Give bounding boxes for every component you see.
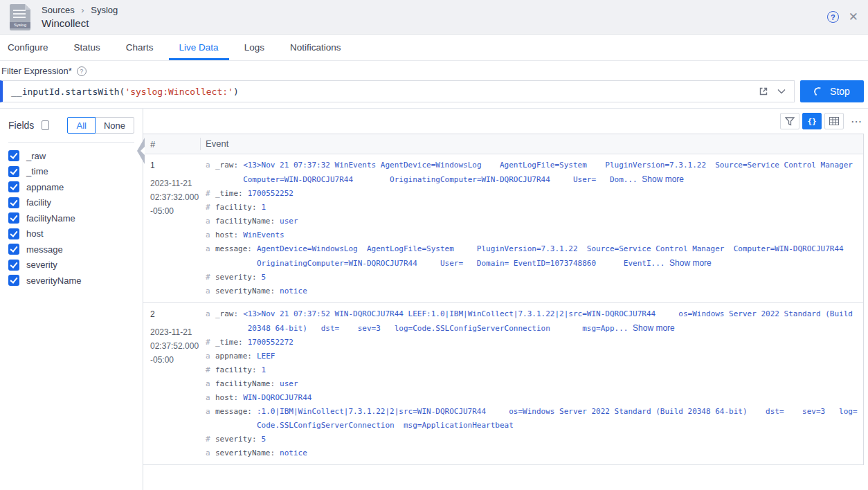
field-key: severityName: [215, 284, 275, 298]
tab-live-data[interactable]: Live Data [179, 35, 219, 60]
event-time: 02:37:32.000 [150, 190, 200, 204]
field-value: :1.0|IBM|WinCollect|7.3.1.22|2|src=WIN-D… [257, 405, 863, 433]
field-key: severity: [215, 271, 257, 284]
field-type-icon: # [206, 201, 215, 215]
field-value: 1 [262, 363, 863, 377]
checkbox-checked-icon[interactable] [8, 260, 19, 271]
close-icon[interactable]: ✕ [849, 11, 858, 23]
expression-code-suffix: ) [233, 87, 239, 97]
event-field: a _raw: <13>Nov 21 07:37:52 WIN-DQROCJU7… [206, 307, 863, 336]
breadcrumb-sources[interactable]: Sources [42, 5, 75, 15]
field-type-icon: # [206, 433, 215, 446]
event-field: a message: :1.0|IBM|WinCollect|7.3.1.22|… [206, 405, 863, 433]
tab-configure[interactable]: Configure [8, 35, 48, 60]
breadcrumb-syslog[interactable]: Syslog [91, 5, 118, 15]
event-rows: 1 2023-11-21 02:37:32.000 -05:00 a _raw:… [143, 154, 863, 465]
event-field: # severity: 5 [206, 271, 863, 284]
event-field: # _time: 1700552252 [206, 187, 863, 201]
tab-status[interactable]: Status [74, 35, 100, 60]
event-field: a host: WinEvents [206, 228, 863, 242]
field-type-icon: # [206, 271, 215, 284]
field-value: user [280, 215, 863, 228]
checkbox-checked-icon[interactable] [8, 150, 19, 161]
field-type-icon: # [206, 187, 215, 201]
sidebar-item-severity[interactable]: severity [8, 260, 134, 271]
sidebar-item-message[interactable]: message [8, 244, 134, 255]
show-more-link[interactable]: Show more [642, 174, 684, 184]
checkbox-checked-icon[interactable] [8, 197, 19, 208]
field-key: facility: [215, 201, 257, 215]
event-row[interactable]: 2 2023-11-21 02:37:52.000 -05:00 a _raw:… [143, 303, 863, 465]
field-type-icon: a [206, 350, 215, 363]
field-value: 1700552272 [248, 336, 863, 350]
view-toolbar: {} ⋯ [143, 109, 864, 134]
field-type-icon: # [206, 363, 215, 377]
checkbox-checked-icon[interactable] [8, 212, 19, 224]
sidebar-item-host[interactable]: host [8, 228, 134, 239]
filter-help-icon[interactable]: ? [77, 66, 87, 76]
column-header-number: # [143, 139, 200, 149]
sidebar-item-facility[interactable]: facility [8, 197, 134, 208]
capture-spinner-icon [813, 86, 824, 97]
copy-fields-icon[interactable] [42, 120, 49, 130]
chevron-down-icon[interactable] [777, 89, 786, 94]
field-type-icon: a [206, 446, 215, 460]
filter-expression-label: Filter Expression* [1, 66, 72, 76]
event-time: 02:37:52.000 [150, 339, 200, 353]
tab-charts[interactable]: Charts [126, 35, 154, 60]
sidebar-item--raw[interactable]: _raw [8, 150, 134, 161]
tab-notifications[interactable]: Notifications [290, 35, 341, 60]
checkbox-checked-icon[interactable] [8, 228, 19, 239]
tab-logs[interactable]: Logs [244, 35, 264, 60]
show-more-link[interactable]: Show more [633, 323, 675, 333]
select-none-button[interactable]: None [95, 117, 134, 134]
field-value: user [280, 377, 863, 391]
event-field: # severity: 5 [206, 433, 863, 446]
sidebar-item-appname[interactable]: appname [8, 181, 134, 192]
filter-funnel-icon[interactable] [780, 113, 799, 129]
select-all-button[interactable]: All [67, 117, 95, 134]
field-value: WIN-DQROCJU7R44 [243, 391, 863, 405]
event-row[interactable]: 1 2023-11-21 02:37:32.000 -05:00 a _raw:… [143, 154, 863, 303]
sidebar-item--time[interactable]: _time [8, 166, 134, 177]
field-key: _time: [215, 187, 243, 201]
event-field: a severityName: notice [206, 284, 863, 298]
field-value: AgentDevice=WindowsLog AgentLogFile=Syst… [257, 242, 863, 271]
field-key: message: [215, 242, 252, 271]
sidebar-item-severityname[interactable]: severityName [8, 275, 134, 286]
page-title: Wincollect [42, 17, 118, 29]
json-view-button[interactable]: {} [802, 113, 822, 129]
events-table-header: # Event [143, 134, 863, 154]
column-header-event: Event [200, 138, 863, 150]
stop-button[interactable]: Stop [800, 80, 864, 102]
checkbox-checked-icon[interactable] [8, 244, 19, 255]
show-more-link[interactable]: Show more [669, 258, 712, 268]
field-key: severityName: [215, 446, 275, 460]
checkbox-checked-icon[interactable] [8, 181, 19, 192]
sidebar-item-facilityname[interactable]: facilityName [8, 212, 134, 224]
filter-expression-input[interactable]: __inputId.startsWith('syslog:Wincollect:… [0, 80, 795, 102]
tab-bar: ConfigureStatusChartsLive DataLogsNotifi… [0, 35, 868, 61]
field-type-icon: a [206, 307, 215, 336]
table-view-icon[interactable] [824, 113, 844, 129]
expand-expression-icon[interactable] [758, 86, 769, 97]
source-icon-label: Syslog [10, 22, 30, 28]
fields-sidebar: Fields All None _raw _time appname facil… [0, 109, 143, 490]
field-list: _raw _time appname facility facilityName… [8, 150, 134, 286]
more-options-icon[interactable]: ⋯ [851, 115, 862, 128]
checkbox-checked-icon[interactable] [8, 275, 19, 286]
event-date: 2023-11-21 [150, 325, 200, 339]
field-type-icon: # [206, 336, 215, 350]
event-field: a _raw: <13>Nov 21 07:37:32 WinEvents Ag… [206, 158, 863, 187]
field-value: 5 [262, 271, 863, 284]
event-fields: a _raw: <13>Nov 21 07:37:52 WIN-DQROCJU7… [200, 307, 863, 460]
capture-content: {} ⋯ # Event 1 2023-11-21 02:37:32.000 -… [143, 109, 868, 490]
event-number: 1 [150, 158, 200, 172]
event-field: # facility: 1 [206, 201, 863, 215]
field-key: _raw: [215, 307, 238, 336]
field-type-icon: a [206, 242, 215, 271]
breadcrumb: Sources › Syslog [42, 5, 118, 15]
filter-section: Filter Expression* ? __inputId.startsWit… [0, 61, 868, 109]
checkbox-checked-icon[interactable] [8, 166, 19, 177]
help-icon[interactable]: ? [827, 11, 839, 23]
